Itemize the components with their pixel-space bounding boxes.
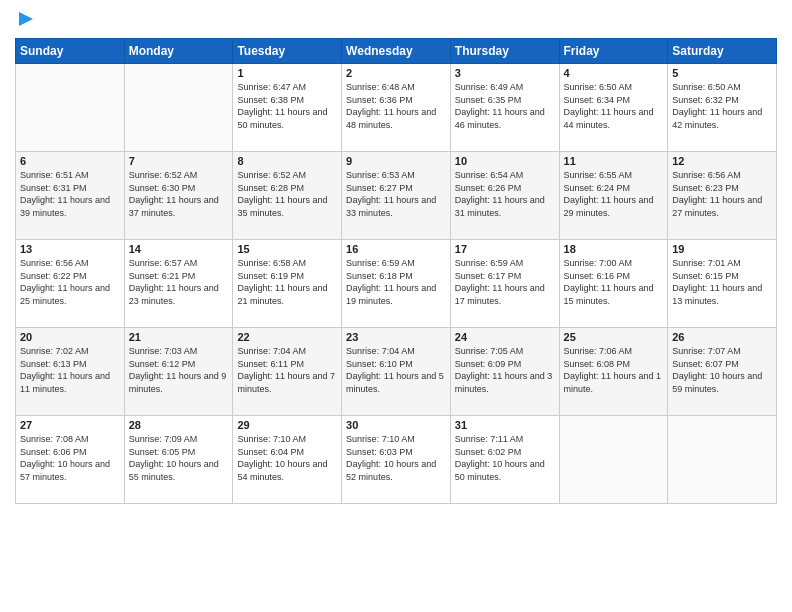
day-info: Sunrise: 7:05 AM Sunset: 6:09 PM Dayligh…: [455, 345, 555, 395]
calendar-cell: 24Sunrise: 7:05 AM Sunset: 6:09 PM Dayli…: [450, 328, 559, 416]
calendar-cell: 2Sunrise: 6:48 AM Sunset: 6:36 PM Daylig…: [342, 64, 451, 152]
day-number: 22: [237, 331, 337, 343]
day-info: Sunrise: 6:59 AM Sunset: 6:17 PM Dayligh…: [455, 257, 555, 307]
calendar-cell: 8Sunrise: 6:52 AM Sunset: 6:28 PM Daylig…: [233, 152, 342, 240]
calendar-week-4: 20Sunrise: 7:02 AM Sunset: 6:13 PM Dayli…: [16, 328, 777, 416]
calendar-week-5: 27Sunrise: 7:08 AM Sunset: 6:06 PM Dayli…: [16, 416, 777, 504]
day-info: Sunrise: 7:10 AM Sunset: 6:04 PM Dayligh…: [237, 433, 337, 483]
day-number: 1: [237, 67, 337, 79]
logo-arrow-icon: [17, 10, 35, 28]
calendar-cell: 5Sunrise: 6:50 AM Sunset: 6:32 PM Daylig…: [668, 64, 777, 152]
day-number: 7: [129, 155, 229, 167]
weekday-header-monday: Monday: [124, 39, 233, 64]
day-number: 13: [20, 243, 120, 255]
day-number: 5: [672, 67, 772, 79]
calendar-cell: 15Sunrise: 6:58 AM Sunset: 6:19 PM Dayli…: [233, 240, 342, 328]
calendar-cell: 12Sunrise: 6:56 AM Sunset: 6:23 PM Dayli…: [668, 152, 777, 240]
calendar-week-2: 6Sunrise: 6:51 AM Sunset: 6:31 PM Daylig…: [16, 152, 777, 240]
day-info: Sunrise: 7:00 AM Sunset: 6:16 PM Dayligh…: [564, 257, 664, 307]
calendar-week-3: 13Sunrise: 6:56 AM Sunset: 6:22 PM Dayli…: [16, 240, 777, 328]
day-info: Sunrise: 6:50 AM Sunset: 6:34 PM Dayligh…: [564, 81, 664, 131]
calendar-cell: 4Sunrise: 6:50 AM Sunset: 6:34 PM Daylig…: [559, 64, 668, 152]
day-number: 12: [672, 155, 772, 167]
day-info: Sunrise: 7:06 AM Sunset: 6:08 PM Dayligh…: [564, 345, 664, 395]
day-number: 30: [346, 419, 446, 431]
day-number: 4: [564, 67, 664, 79]
day-number: 29: [237, 419, 337, 431]
day-number: 24: [455, 331, 555, 343]
day-info: Sunrise: 7:09 AM Sunset: 6:05 PM Dayligh…: [129, 433, 229, 483]
calendar-cell: 7Sunrise: 6:52 AM Sunset: 6:30 PM Daylig…: [124, 152, 233, 240]
calendar-cell: 17Sunrise: 6:59 AM Sunset: 6:17 PM Dayli…: [450, 240, 559, 328]
day-info: Sunrise: 7:08 AM Sunset: 6:06 PM Dayligh…: [20, 433, 120, 483]
day-info: Sunrise: 7:02 AM Sunset: 6:13 PM Dayligh…: [20, 345, 120, 395]
weekday-header-friday: Friday: [559, 39, 668, 64]
calendar-cell: 14Sunrise: 6:57 AM Sunset: 6:21 PM Dayli…: [124, 240, 233, 328]
day-info: Sunrise: 6:47 AM Sunset: 6:38 PM Dayligh…: [237, 81, 337, 131]
weekday-header-tuesday: Tuesday: [233, 39, 342, 64]
calendar-cell: 13Sunrise: 6:56 AM Sunset: 6:22 PM Dayli…: [16, 240, 125, 328]
calendar-cell: 26Sunrise: 7:07 AM Sunset: 6:07 PM Dayli…: [668, 328, 777, 416]
calendar-cell: 1Sunrise: 6:47 AM Sunset: 6:38 PM Daylig…: [233, 64, 342, 152]
day-number: 11: [564, 155, 664, 167]
weekday-header-thursday: Thursday: [450, 39, 559, 64]
calendar-cell: [668, 416, 777, 504]
day-number: 17: [455, 243, 555, 255]
calendar-cell: 27Sunrise: 7:08 AM Sunset: 6:06 PM Dayli…: [16, 416, 125, 504]
svg-marker-0: [19, 12, 33, 26]
calendar-cell: 16Sunrise: 6:59 AM Sunset: 6:18 PM Dayli…: [342, 240, 451, 328]
day-number: 25: [564, 331, 664, 343]
calendar-cell: [559, 416, 668, 504]
calendar-cell: 3Sunrise: 6:49 AM Sunset: 6:35 PM Daylig…: [450, 64, 559, 152]
day-number: 3: [455, 67, 555, 79]
day-number: 6: [20, 155, 120, 167]
day-info: Sunrise: 6:58 AM Sunset: 6:19 PM Dayligh…: [237, 257, 337, 307]
day-number: 23: [346, 331, 446, 343]
calendar-cell: 9Sunrise: 6:53 AM Sunset: 6:27 PM Daylig…: [342, 152, 451, 240]
day-info: Sunrise: 6:54 AM Sunset: 6:26 PM Dayligh…: [455, 169, 555, 219]
day-info: Sunrise: 6:59 AM Sunset: 6:18 PM Dayligh…: [346, 257, 446, 307]
day-info: Sunrise: 7:11 AM Sunset: 6:02 PM Dayligh…: [455, 433, 555, 483]
day-info: Sunrise: 6:57 AM Sunset: 6:21 PM Dayligh…: [129, 257, 229, 307]
day-info: Sunrise: 6:55 AM Sunset: 6:24 PM Dayligh…: [564, 169, 664, 219]
day-info: Sunrise: 6:53 AM Sunset: 6:27 PM Dayligh…: [346, 169, 446, 219]
calendar-cell: 28Sunrise: 7:09 AM Sunset: 6:05 PM Dayli…: [124, 416, 233, 504]
calendar-cell: 25Sunrise: 7:06 AM Sunset: 6:08 PM Dayli…: [559, 328, 668, 416]
day-info: Sunrise: 6:48 AM Sunset: 6:36 PM Dayligh…: [346, 81, 446, 131]
day-number: 19: [672, 243, 772, 255]
day-info: Sunrise: 6:56 AM Sunset: 6:23 PM Dayligh…: [672, 169, 772, 219]
page-container: SundayMondayTuesdayWednesdayThursdayFrid…: [0, 0, 792, 514]
day-number: 10: [455, 155, 555, 167]
day-number: 18: [564, 243, 664, 255]
weekday-header-saturday: Saturday: [668, 39, 777, 64]
day-info: Sunrise: 7:04 AM Sunset: 6:10 PM Dayligh…: [346, 345, 446, 395]
day-number: 9: [346, 155, 446, 167]
calendar-table: SundayMondayTuesdayWednesdayThursdayFrid…: [15, 38, 777, 504]
calendar-cell: 6Sunrise: 6:51 AM Sunset: 6:31 PM Daylig…: [16, 152, 125, 240]
day-number: 31: [455, 419, 555, 431]
calendar-cell: 19Sunrise: 7:01 AM Sunset: 6:15 PM Dayli…: [668, 240, 777, 328]
day-number: 16: [346, 243, 446, 255]
day-info: Sunrise: 6:52 AM Sunset: 6:28 PM Dayligh…: [237, 169, 337, 219]
day-info: Sunrise: 7:01 AM Sunset: 6:15 PM Dayligh…: [672, 257, 772, 307]
day-info: Sunrise: 7:07 AM Sunset: 6:07 PM Dayligh…: [672, 345, 772, 395]
day-info: Sunrise: 7:04 AM Sunset: 6:11 PM Dayligh…: [237, 345, 337, 395]
weekday-header-row: SundayMondayTuesdayWednesdayThursdayFrid…: [16, 39, 777, 64]
calendar-cell: 21Sunrise: 7:03 AM Sunset: 6:12 PM Dayli…: [124, 328, 233, 416]
day-info: Sunrise: 7:03 AM Sunset: 6:12 PM Dayligh…: [129, 345, 229, 395]
day-number: 21: [129, 331, 229, 343]
day-number: 20: [20, 331, 120, 343]
calendar-cell: 23Sunrise: 7:04 AM Sunset: 6:10 PM Dayli…: [342, 328, 451, 416]
calendar-cell: 31Sunrise: 7:11 AM Sunset: 6:02 PM Dayli…: [450, 416, 559, 504]
calendar-cell: 11Sunrise: 6:55 AM Sunset: 6:24 PM Dayli…: [559, 152, 668, 240]
day-number: 26: [672, 331, 772, 343]
day-info: Sunrise: 6:52 AM Sunset: 6:30 PM Dayligh…: [129, 169, 229, 219]
calendar-cell: [16, 64, 125, 152]
calendar-week-1: 1Sunrise: 6:47 AM Sunset: 6:38 PM Daylig…: [16, 64, 777, 152]
calendar-cell: 10Sunrise: 6:54 AM Sunset: 6:26 PM Dayli…: [450, 152, 559, 240]
day-info: Sunrise: 6:51 AM Sunset: 6:31 PM Dayligh…: [20, 169, 120, 219]
day-info: Sunrise: 6:50 AM Sunset: 6:32 PM Dayligh…: [672, 81, 772, 131]
header: [15, 10, 777, 32]
calendar-cell: 29Sunrise: 7:10 AM Sunset: 6:04 PM Dayli…: [233, 416, 342, 504]
day-number: 2: [346, 67, 446, 79]
